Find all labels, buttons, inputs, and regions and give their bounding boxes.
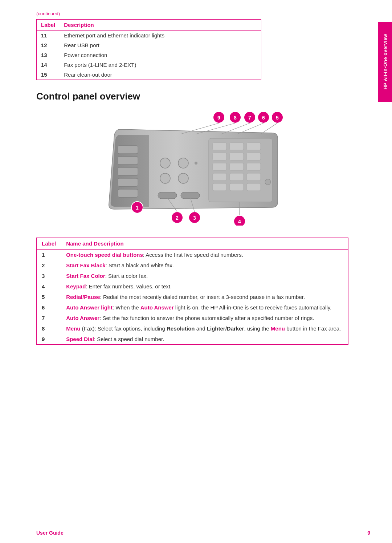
row-text: : Redial the most recently dialed number… — [100, 294, 305, 300]
svg-rect-14 — [230, 143, 244, 150]
svg-rect-0 — [118, 146, 138, 154]
table-row: 14 Fax ports (1-LINE and 2-EXT) — [37, 60, 261, 70]
svg-rect-4 — [118, 189, 138, 197]
highlight-text: Menu — [66, 325, 80, 332]
table-row: 6 Auto Answer light: When the Auto Answe… — [37, 302, 348, 313]
highlight-text: Start Fax Black — [66, 262, 105, 268]
svg-rect-16 — [213, 153, 226, 160]
table-row: 12 Rear USB port — [37, 40, 261, 50]
highlight-text: One-touch speed dial buttons — [66, 252, 143, 258]
row-desc: Menu (Fax): Select fax options, includin… — [61, 323, 348, 334]
diagram-container: 9 8 7 6 5 — [98, 109, 287, 227]
section-heading: Control panel overview — [36, 91, 348, 102]
bottom-table-header-label: Label — [37, 238, 61, 250]
svg-rect-1 — [118, 157, 138, 165]
row-desc: Auto Answer: Set the fax function to ans… — [61, 313, 348, 323]
row-label: 2 — [37, 260, 61, 271]
svg-text:4: 4 — [238, 219, 241, 224]
svg-rect-22 — [213, 173, 226, 181]
table-row: 11 Ethernet port and Ethernet indicator … — [37, 31, 261, 41]
row-text: : Start a black and white fax. — [106, 262, 174, 268]
svg-text:2: 2 — [176, 215, 179, 221]
row-label: 14 — [37, 60, 60, 70]
svg-rect-18 — [247, 153, 261, 160]
table-row: 5 Redial/Pause: Redial the most recently… — [37, 292, 348, 302]
svg-rect-2 — [118, 167, 138, 175]
highlight-text: Keypad — [66, 283, 86, 289]
svg-text:1: 1 — [136, 205, 139, 211]
table-row: 8 Menu (Fax): Select fax options, includ… — [37, 323, 348, 334]
highlight-text: Start Fax Color — [66, 273, 105, 279]
table-row: 7 Auto Answer: Set the fax function to a… — [37, 313, 348, 323]
side-tab: HP All-in-One overview — [378, 22, 392, 102]
row-text: : Set the fax function to answer the pho… — [99, 315, 314, 321]
svg-text:7: 7 — [248, 115, 251, 121]
row-text-2: light is on, the HP All-in-One is set to… — [174, 304, 332, 311]
svg-text:9: 9 — [217, 115, 220, 121]
row-desc: Rear clean-out door — [60, 70, 261, 80]
svg-text:6: 6 — [262, 115, 265, 121]
svg-rect-24 — [247, 173, 261, 181]
row-label: 9 — [37, 334, 61, 345]
row-desc: One-touch speed dial buttons: Access the… — [61, 250, 348, 260]
row-label: 1 — [37, 250, 61, 260]
svg-rect-25 — [213, 183, 226, 191]
svg-rect-21 — [247, 163, 261, 170]
panel-diagram: 9 8 7 6 5 — [98, 109, 287, 226]
bottom-table-header-desc: Name and Description — [61, 238, 348, 250]
row-label: 15 — [37, 70, 60, 80]
top-table-header-label: Label — [37, 20, 60, 31]
row-text: : Select a speed dial number. — [94, 336, 164, 342]
table-row: 1 One-touch speed dial buttons: Access t… — [37, 250, 348, 260]
svg-rect-11 — [181, 192, 200, 199]
svg-point-7 — [195, 162, 197, 165]
continued-label: (continued) — [36, 11, 348, 16]
row-text: : Enter fax numbers, values, or text. — [86, 283, 172, 289]
svg-rect-27 — [247, 183, 261, 191]
highlight-text-2: Auto Answer — [140, 304, 174, 311]
row-text: : When the — [113, 304, 140, 311]
svg-rect-17 — [230, 153, 244, 160]
svg-rect-15 — [247, 143, 261, 150]
bold-text: Resolution — [167, 325, 195, 332]
row-desc: Auto Answer light: When the Auto Answer … — [61, 302, 348, 313]
row-text-4: button in the Fax area. — [285, 325, 341, 332]
row-label: 11 — [37, 31, 60, 41]
svg-rect-13 — [213, 143, 226, 150]
row-desc: Power connection — [60, 50, 261, 60]
row-label: 5 — [37, 292, 61, 302]
svg-point-9 — [178, 173, 188, 183]
row-label: 8 — [37, 323, 61, 334]
row-desc: Start Fax Black: Start a black and white… — [61, 260, 348, 271]
svg-rect-26 — [230, 183, 244, 191]
row-desc: Rear USB port — [60, 40, 261, 50]
table-row: 4 Keypad: Enter fax numbers, values, or … — [37, 281, 348, 292]
svg-point-6 — [178, 158, 188, 168]
table-row: 2 Start Fax Black: Start a black and whi… — [37, 260, 348, 271]
row-text: : Start a color fax. — [105, 273, 148, 279]
main-content: (continued) Label Description 11 Etherne… — [0, 0, 392, 366]
row-label: 13 — [37, 50, 60, 60]
table-row: 15 Rear clean-out door — [37, 70, 261, 80]
row-text-3: , using the — [244, 325, 270, 332]
svg-rect-3 — [118, 178, 138, 186]
row-label: 3 — [37, 271, 61, 281]
svg-rect-10 — [158, 192, 177, 199]
row-label: 4 — [37, 281, 61, 292]
footer: User Guide 9 — [36, 530, 370, 536]
row-desc: Redial/Pause: Redial the most recently d… — [61, 292, 348, 302]
svg-text:5: 5 — [276, 115, 279, 121]
side-tab-text: HP All-in-One overview — [383, 34, 388, 89]
row-text-2: and — [195, 325, 207, 332]
table-row: 3 Start Fax Color: Start a color fax. — [37, 271, 348, 281]
table-row: 13 Power connection — [37, 50, 261, 60]
footer-left: User Guide — [36, 530, 64, 536]
bottom-table: Label Name and Description 1 One-touch s… — [36, 238, 348, 345]
row-desc: Speed Dial: Select a speed dial number. — [61, 334, 348, 345]
top-table-header-description: Description — [60, 20, 261, 31]
highlight-text: Auto Answer light — [66, 304, 113, 311]
row-text: (Fax): Select fax options, including — [80, 325, 167, 332]
bold-text-2: Lighter/Darker — [207, 325, 244, 332]
row-label: 6 — [37, 302, 61, 313]
row-label: 7 — [37, 313, 61, 323]
